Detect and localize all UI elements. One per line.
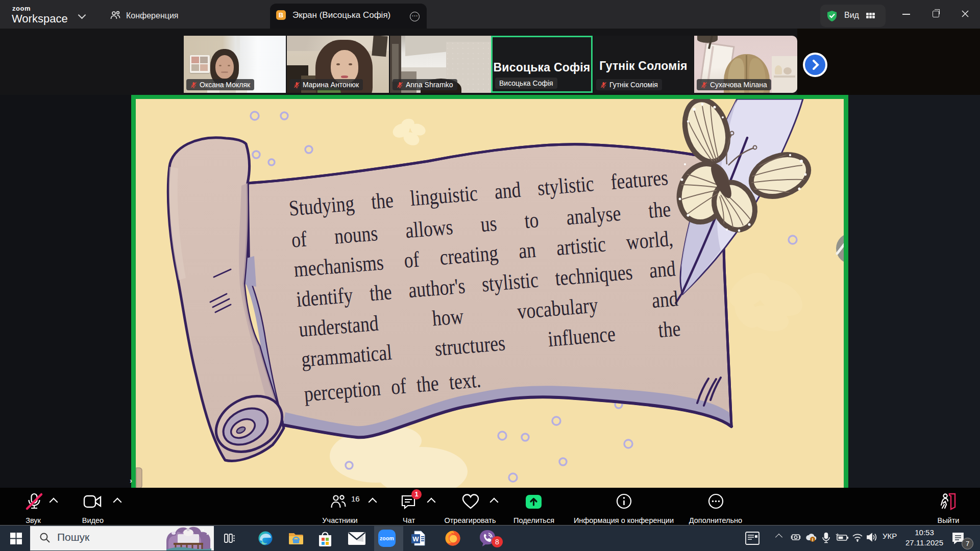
svg-text:!: ! xyxy=(812,537,814,542)
svg-text:W: W xyxy=(412,535,419,543)
